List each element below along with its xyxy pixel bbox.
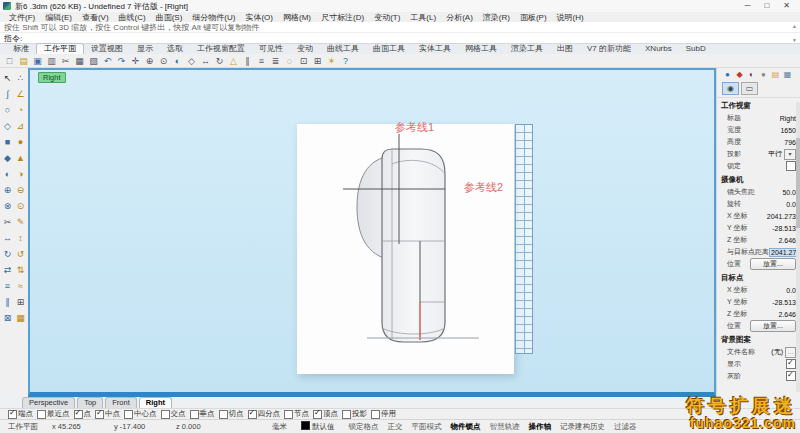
viewport-tab-right[interactable]: Right: [139, 397, 172, 408]
group-icon[interactable]: ⊞: [311, 55, 324, 67]
help-icon[interactable]: ?: [339, 55, 352, 67]
lock-object-icon[interactable]: ⊡: [297, 55, 310, 67]
property-value[interactable]: 50.0: [782, 189, 796, 196]
rotate-object-icon[interactable]: ↻: [1, 247, 14, 261]
property-value[interactable]: 0.0: [786, 201, 796, 208]
property-value[interactable]: 平行: [768, 149, 782, 159]
menu-item[interactable]: 说明(H): [552, 12, 589, 23]
loft-icon[interactable]: ◑: [14, 167, 27, 181]
osnap-checkbox[interactable]: [371, 410, 380, 419]
box-icon[interactable]: ◆: [1, 151, 14, 165]
minimize-button[interactable]: ─: [745, 1, 751, 11]
osnap-中点[interactable]: 中点: [95, 409, 120, 419]
wallpaper-subtab[interactable]: ▭: [741, 82, 758, 95]
viewport-properties-subtab[interactable]: ◉: [722, 82, 739, 95]
command-prompt[interactable]: 指令:: [0, 33, 800, 44]
surface-icon[interactable]: ◐: [1, 167, 14, 181]
osnap-点[interactable]: 点: [74, 409, 92, 419]
drag-icon[interactable]: ↕: [14, 231, 27, 245]
menu-item[interactable]: 尺寸标注(D): [316, 12, 369, 23]
toolbar-tab[interactable]: 显示: [130, 44, 160, 54]
osnap-checkbox[interactable]: [37, 410, 46, 419]
viewport-tab-top[interactable]: Top: [77, 397, 103, 408]
toolbar-tab[interactable]: SubD: [679, 44, 713, 54]
toolbar-tab[interactable]: 渲染工具: [504, 44, 550, 54]
toolbar-tab[interactable]: 曲线工具: [320, 44, 366, 54]
toggle-过滤器[interactable]: 过滤器: [614, 422, 637, 432]
array-icon[interactable]: ⇅: [14, 263, 27, 277]
boolean-intersection-icon[interactable]: ⊗: [1, 199, 14, 213]
new-file-icon[interactable]: □: [3, 55, 16, 67]
mirror-icon[interactable]: ∥: [241, 55, 254, 67]
menu-item[interactable]: 分析(A): [441, 12, 478, 23]
osnap-checkbox[interactable]: [342, 410, 351, 419]
toggle-物件锁点[interactable]: 物件锁点: [451, 422, 481, 432]
libraries-tab-icon[interactable]: ▤: [771, 70, 780, 79]
toolbar-tab[interactable]: 出图: [550, 44, 580, 54]
checkbox[interactable]: [786, 371, 796, 381]
viewport-canvas[interactable]: Right 参考线1 参考线2: [28, 68, 716, 397]
checkbox[interactable]: [786, 161, 796, 171]
panel-scrollbar-thumb[interactable]: [796, 138, 800, 228]
close-button[interactable]: ✕: [783, 1, 790, 11]
scroll-up-icon[interactable]: ▲: [791, 23, 798, 29]
trim-icon[interactable]: ✂: [1, 215, 14, 229]
display-tab-icon[interactable]: ◐: [747, 70, 756, 79]
menu-item[interactable]: 工具(L): [405, 12, 441, 23]
fillet-icon[interactable]: ⊙: [14, 199, 27, 213]
wireframe-view-icon[interactable]: ◇: [185, 55, 198, 67]
paste-icon[interactable]: ▧: [87, 55, 100, 67]
toolbar-tab[interactable]: 网格工具: [458, 44, 504, 54]
toolbar-tab[interactable]: 变动: [290, 44, 320, 54]
maximize-button[interactable]: □: [764, 1, 769, 11]
pan-icon[interactable]: ✛: [129, 55, 142, 67]
boolean-union-icon[interactable]: ⊕: [1, 183, 14, 197]
shaded-view-icon[interactable]: ◐: [171, 55, 184, 67]
osnap-节点[interactable]: 节点: [284, 409, 309, 419]
osnap-最近点[interactable]: 最近点: [37, 409, 70, 419]
copy-icon[interactable]: ▦: [73, 55, 86, 67]
hide-object-icon[interactable]: ◌: [283, 55, 296, 67]
panel-menu-icon[interactable]: ▦: [783, 70, 792, 79]
lock-tool-icon[interactable]: ⊠: [1, 311, 14, 325]
menu-item[interactable]: 网格(M): [278, 12, 316, 23]
redo-icon[interactable]: ↷: [115, 55, 128, 67]
viewport-tab-perspective[interactable]: Perspective: [22, 397, 75, 408]
current-layer-button[interactable]: 默认值: [301, 421, 335, 432]
osnap-checkbox[interactable]: [248, 410, 257, 419]
circle-icon[interactable]: ○: [1, 103, 14, 117]
property-value[interactable]: -28.513: [772, 299, 796, 306]
layers-tab-icon[interactable]: ◆: [735, 70, 744, 79]
place-button[interactable]: 放置...: [750, 320, 796, 332]
move-icon[interactable]: ↔: [199, 55, 212, 67]
toggle-锁定格点[interactable]: 锁定格点: [349, 422, 379, 432]
save-icon[interactable]: ▣: [31, 55, 44, 67]
property-value[interactable]: 2.646: [778, 311, 796, 318]
osnap-checkbox[interactable]: [219, 410, 228, 419]
toolbar-tab[interactable]: 曲面工具: [366, 44, 412, 54]
help-tab-icon[interactable]: ●: [759, 70, 768, 79]
match-icon[interactable]: ≈: [14, 279, 27, 293]
property-value[interactable]: 0.0: [786, 287, 796, 294]
pyramid-icon[interactable]: ▲: [14, 151, 27, 165]
osnap-垂点[interactable]: 垂点: [190, 409, 215, 419]
menu-item[interactable]: 渲染(R): [478, 12, 515, 23]
arc-icon[interactable]: ◔: [14, 103, 27, 117]
layers-icon[interactable]: ≡: [255, 55, 268, 67]
zoom-extents-icon[interactable]: ⊙: [157, 55, 170, 67]
osnap-中心点[interactable]: 中心点: [124, 409, 157, 419]
dropdown-button[interactable]: ▾: [784, 149, 796, 160]
osnap-交点[interactable]: 交点: [161, 409, 186, 419]
rotate-icon[interactable]: ↻: [213, 55, 226, 67]
cut-icon[interactable]: ✂: [59, 55, 72, 67]
osnap-checkbox[interactable]: [161, 410, 170, 419]
menu-item[interactable]: 面板(P): [515, 12, 552, 23]
toggle-智慧轨迹[interactable]: 智慧轨迹: [490, 422, 520, 432]
browse-button[interactable]: …: [785, 347, 796, 358]
curve-icon[interactable]: ∫: [1, 87, 14, 101]
zoom-window-icon[interactable]: ⊕: [143, 55, 156, 67]
osnap-停用[interactable]: 停用: [371, 409, 396, 419]
menu-item[interactable]: 变动(T): [369, 12, 405, 23]
property-value[interactable]: 2.646: [778, 237, 796, 244]
osnap-端点[interactable]: 端点: [8, 409, 33, 419]
